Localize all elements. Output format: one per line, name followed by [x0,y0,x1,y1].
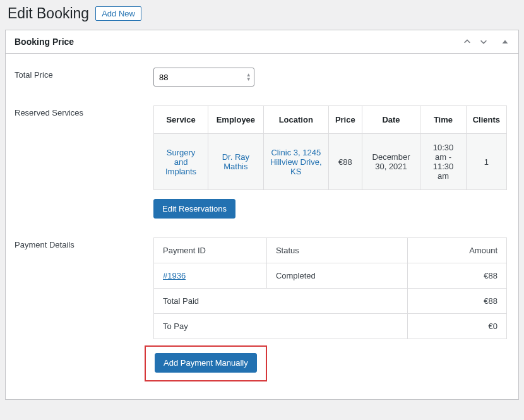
reserved-services-table: Service Employee Location Price Date Tim… [153,105,507,190]
to-pay-value: €0 [408,314,507,339]
table-row: Surgery and Implants Dr. Ray Mathis Clin… [154,134,507,190]
payment-row: #1936 Completed €88 [154,263,507,289]
to-pay-label: To Pay [154,314,408,339]
payment-details-label: Payment Details [15,237,153,249]
add-new-button[interactable]: Add New [95,6,141,21]
time-cell: 10:30 am - 11:30 am [420,134,466,190]
col-date: Date [362,106,420,134]
date-cell: December 30, 2021 [362,134,420,190]
panel-title: Booking Price [15,37,74,47]
move-up-icon[interactable] [463,37,472,46]
total-paid-label: Total Paid [154,289,408,314]
col-location: Location [263,106,328,134]
clients-cell: 1 [466,134,506,190]
highlight-box: Add Payment Manually [145,345,267,381]
total-paid-value: €88 [408,289,507,314]
col-payment-id: Payment ID [154,238,267,263]
col-amount: Amount [408,238,507,263]
payment-details-table: Payment ID Status Amount #1936 Completed… [153,237,507,339]
col-employee: Employee [208,106,264,134]
payment-amount: €88 [408,263,507,289]
panel-header: Booking Price [6,30,518,54]
stepper-down-icon[interactable]: ▼ [246,77,251,81]
total-price-input[interactable] [159,73,244,82]
service-link[interactable]: Surgery and Implants [165,148,196,176]
add-payment-manually-button[interactable]: Add Payment Manually [155,353,257,373]
toggle-panel-icon[interactable] [501,37,509,46]
employee-link[interactable]: Dr. Ray Mathis [222,152,249,171]
payment-status: Completed [266,263,408,289]
col-status: Status [266,238,408,263]
col-clients: Clients [466,106,506,134]
booking-price-panel: Booking Price Total Price ▲ ▼ [5,30,519,400]
page-title: Edit Booking [8,5,89,22]
payment-id-link[interactable]: #1936 [163,271,186,280]
total-price-label: Total Price [15,68,153,80]
total-price-input-wrapper[interactable]: ▲ ▼ [153,68,254,87]
col-time: Time [420,106,466,134]
price-cell: €88 [328,134,362,190]
col-service: Service [154,106,208,134]
edit-reservations-button[interactable]: Edit Reservations [153,199,235,219]
col-price: Price [328,106,362,134]
reserved-services-label: Reserved Services [15,105,153,117]
move-down-icon[interactable] [479,37,488,46]
location-link[interactable]: Clinic 3, 1245 Hillview Drive, KS [270,148,322,176]
